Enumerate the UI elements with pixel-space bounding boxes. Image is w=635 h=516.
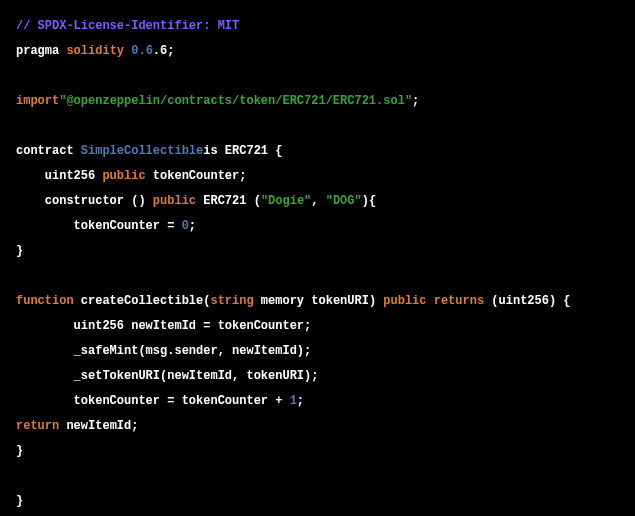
code-line: uint256 public tokenCounter; [16, 164, 619, 189]
indent [16, 319, 74, 333]
indent [16, 369, 74, 383]
identifier-token: tokenCounter = tokenCounter + [74, 394, 290, 408]
type-token: SimpleCollectible [81, 144, 203, 158]
punct-token: } [16, 494, 23, 508]
comment-token: // SPDX-License-Identifier: MIT [16, 19, 239, 33]
identifier-token: createCollectible( [74, 294, 211, 308]
code-line [16, 264, 619, 289]
text-token [427, 294, 434, 308]
code-editor: // SPDX-License-Identifier: MIT pragma s… [0, 0, 635, 516]
number-token: 0.6 [131, 44, 153, 58]
identifier-token: tokenCounter = [74, 219, 182, 233]
code-line: } [16, 239, 619, 264]
keyword-token: contract [16, 144, 81, 158]
code-line: contract SimpleCollectibleis ERC721 { [16, 139, 619, 164]
indent [16, 169, 45, 183]
keyword-token: public [102, 169, 145, 183]
punct-token: ; [189, 219, 196, 233]
string-token: "DOG" [326, 194, 362, 208]
code-line: pragma solidity 0.6.6; [16, 39, 619, 64]
keyword-token: is [203, 144, 225, 158]
code-line: } [16, 439, 619, 464]
string-token: "Dogie" [261, 194, 311, 208]
text-token: .6; [153, 44, 175, 58]
code-line: _setTokenURI(newItemId, tokenURI); [16, 364, 619, 389]
indent [16, 219, 74, 233]
keyword-token: memory [254, 294, 304, 308]
punct-token: ; [297, 394, 304, 408]
keyword-token: public [153, 194, 196, 208]
type-token: uint256 [45, 169, 103, 183]
punct-token: ){ [362, 194, 376, 208]
code-line: } [16, 489, 619, 514]
code-line [16, 114, 619, 139]
keyword-token: solidity [59, 44, 131, 58]
keyword-token: constructor () [45, 194, 153, 208]
identifier-token: _setTokenURI(newItemId, tokenURI); [74, 369, 319, 383]
string-token: "@openzeppelin/contracts/token/ERC721/ER… [59, 94, 412, 108]
code-line: constructor () public ERC721 ("Dogie", "… [16, 189, 619, 214]
indent [16, 344, 74, 358]
code-line: // SPDX-License-Identifier: MIT [16, 14, 619, 39]
punct-token: , [311, 194, 325, 208]
punct-token: } [16, 444, 23, 458]
keyword-token: return [16, 419, 59, 433]
code-line: function createCollectible(string memory… [16, 289, 619, 314]
code-line: _safeMint(msg.sender, newItemId); [16, 339, 619, 364]
identifier-token: uint256 newItemId = tokenCounter; [74, 319, 312, 333]
identifier-token: _safeMint(msg.sender, newItemId); [74, 344, 312, 358]
punct-token: } [16, 244, 23, 258]
type-token: ERC721 { [225, 144, 283, 158]
number-token: 0 [182, 219, 189, 233]
number-token: 1 [290, 394, 297, 408]
identifier-token: newItemId; [59, 419, 138, 433]
code-line [16, 64, 619, 89]
code-line: return newItemId; [16, 414, 619, 439]
text-token: (uint256) { [484, 294, 570, 308]
keyword-token: returns [434, 294, 484, 308]
keyword-token: string [210, 294, 253, 308]
code-line: uint256 newItemId = tokenCounter; [16, 314, 619, 339]
indent [16, 394, 74, 408]
identifier-token: tokenURI) [304, 294, 383, 308]
keyword-token: function [16, 294, 74, 308]
code-line: tokenCounter = 0; [16, 214, 619, 239]
identifier-token: tokenCounter; [146, 169, 247, 183]
keyword-token: public [383, 294, 426, 308]
code-line: import"@openzeppelin/contracts/token/ERC… [16, 89, 619, 114]
text-token: ERC721 ( [196, 194, 261, 208]
keyword-token: import [16, 94, 59, 108]
code-line: tokenCounter = tokenCounter + 1; [16, 389, 619, 414]
keyword-token: pragma [16, 44, 59, 58]
punct-token: ; [412, 94, 419, 108]
code-line [16, 464, 619, 489]
indent [16, 194, 45, 208]
